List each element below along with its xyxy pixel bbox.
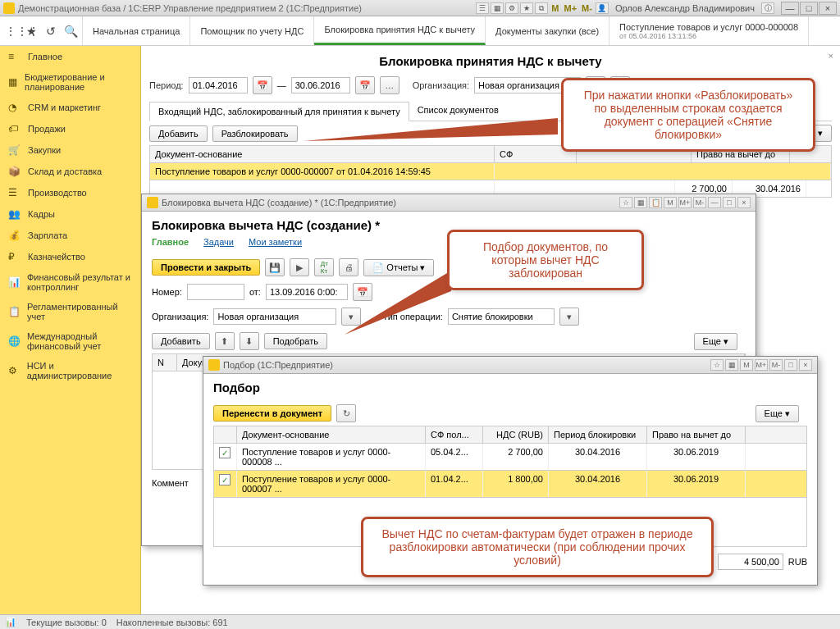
mem-mplus[interactable]: M+ — [563, 3, 579, 13]
sidebar-item-budget[interactable]: ▦Бюджетирование и планирование — [0, 67, 140, 97]
sales-icon: 🏷 — [8, 123, 21, 134]
people-icon: 👥 — [8, 208, 21, 220]
dialog-tool[interactable]: 📋 — [649, 197, 662, 208]
num-input[interactable] — [187, 284, 244, 300]
window-min[interactable]: — — [781, 2, 799, 15]
dlg-tab-tasks[interactable]: Задачи — [203, 237, 234, 247]
calendar-icon[interactable]: 📅 — [253, 76, 272, 94]
org-label: Организация: — [413, 80, 469, 90]
user-icon[interactable]: 👤 — [596, 2, 609, 14]
more-button[interactable]: Еще ▾ — [756, 405, 799, 422]
status-bar: 📊 Текущие вызовы: 0 Накопленные вызовы: … — [0, 614, 840, 629]
dialog-min[interactable]: — — [708, 197, 721, 208]
down-icon[interactable]: ⬇ — [240, 332, 259, 350]
clipboard-icon: 📋 — [8, 306, 21, 317]
info-icon[interactable]: ⓘ — [761, 2, 774, 14]
dialog-max[interactable]: □ — [723, 197, 736, 208]
post-icon[interactable]: ▶ — [290, 258, 309, 276]
tool-icon[interactable]: ☰ — [476, 2, 489, 14]
user-name[interactable]: Орлов Александр Владимирович — [610, 3, 760, 13]
period-to-input[interactable] — [291, 77, 350, 93]
dialog-tool[interactable]: ▦ — [634, 197, 647, 208]
status-calls: Текущие вызовы: 0 — [26, 618, 107, 627]
callout-vat-auto: Вычет НДС по счетам-фактурам будет отраж… — [361, 517, 714, 577]
chart-icon: 📊 — [8, 276, 21, 288]
unblock-button[interactable]: Разблокировать — [212, 125, 298, 142]
gear-icon: ⚙ — [8, 365, 21, 376]
titlebar: Демонстрационная база / 1С:ERP Управлени… — [0, 0, 840, 16]
svg-marker-1 — [345, 271, 451, 335]
tool-icon[interactable]: ▦ — [491, 2, 504, 14]
dialog-title: Подбор (1С:Предприятие) — [223, 360, 710, 370]
window-max[interactable]: □ — [800, 2, 818, 15]
tool-icon[interactable]: ⧉ — [535, 2, 548, 14]
tab-vat-assistant[interactable]: Помощник по учету НДС — [190, 16, 314, 45]
transfer-button[interactable]: Перенести в документ — [213, 405, 331, 422]
tool-icon[interactable]: ⚙ — [505, 2, 518, 14]
checkbox-icon[interactable]: ✓ — [219, 474, 231, 485]
sidebar-item-admin[interactable]: ⚙НСИ и администрирование — [0, 356, 140, 385]
close-icon[interactable]: × — [829, 51, 833, 61]
date-input[interactable] — [266, 284, 348, 300]
dropdown-icon[interactable]: ▾ — [559, 308, 579, 326]
tab-vat-block[interactable]: Блокировка принятия НДС к вычету — [314, 16, 486, 45]
checkbox-icon[interactable]: ✓ — [219, 447, 231, 458]
pick-row[interactable]: ✓ Поступление товаров и услуг 0000-00000… — [213, 471, 807, 498]
dialog-tool[interactable]: ☆ — [619, 197, 632, 208]
more-button[interactable]: Еще ▾ — [694, 333, 737, 350]
mem-m[interactable]: M — [550, 3, 560, 13]
sidebar-item-hr[interactable]: 👥Кадры — [0, 203, 140, 225]
star-icon[interactable]: ★ — [25, 25, 38, 38]
tab-receipt-doc[interactable]: Поступление товаров и услуг 0000-000008о… — [609, 16, 809, 45]
period-from-input[interactable] — [189, 77, 248, 93]
menu-icon: ≡ — [8, 51, 21, 62]
up-icon[interactable]: ⬆ — [215, 332, 235, 350]
dialog-max[interactable]: □ — [784, 359, 797, 371]
pick-button[interactable]: Подобрать — [264, 333, 327, 349]
callout-unblock: При нажатии кнопки «Разблокировать» по в… — [561, 78, 815, 152]
sidebar-item-purchases[interactable]: 🛒Закупки — [0, 139, 140, 161]
dlg-tab-main[interactable]: Главное — [152, 237, 189, 247]
org-input[interactable] — [213, 308, 336, 325]
crm-icon: ◔ — [8, 102, 21, 113]
sidebar-item-treasury[interactable]: ₽Казначейство — [0, 246, 140, 267]
app-icon — [147, 197, 158, 208]
sidebar-item-main[interactable]: ≡Главное — [0, 46, 140, 67]
sidebar-item-regaccount[interactable]: 📋Регламентированный учет — [0, 297, 140, 326]
search-icon[interactable]: 🔍 — [64, 25, 77, 38]
add-button[interactable]: Добавить — [149, 125, 208, 142]
sidebar-item-crm[interactable]: ◔CRM и маркетинг — [0, 97, 140, 118]
sidebar: ≡Главное ▦Бюджетирование и планирование … — [0, 46, 141, 614]
grid-row[interactable]: Поступление товаров и услуг 0000-000007 … — [149, 163, 832, 180]
apps-icon[interactable]: ⋮⋮⋮ — [5, 25, 18, 38]
dialog-tool[interactable]: ▦ — [725, 359, 738, 371]
sidebar-item-warehouse[interactable]: 📦Склад и доставка — [0, 161, 140, 182]
period-picker-icon[interactable]: … — [380, 76, 399, 94]
history-icon[interactable]: ↺ — [44, 25, 57, 38]
tool-icon[interactable]: ★ — [520, 2, 533, 14]
sidebar-item-ifrs[interactable]: 🌐Международный финансовый учет — [0, 326, 140, 356]
mem-mminus[interactable]: M- — [580, 3, 594, 13]
sidebar-item-finresult[interactable]: 📊Финансовый результат и контроллинг — [0, 267, 140, 297]
dialog-tool[interactable]: ☆ — [710, 359, 724, 371]
save-icon[interactable]: 💾 — [265, 258, 285, 276]
production-icon: ☰ — [8, 187, 21, 198]
dlg-tab-notes[interactable]: Мои заметки — [249, 237, 302, 247]
dialog-close[interactable]: × — [737, 197, 751, 208]
calendar-icon[interactable]: 📅 — [355, 76, 375, 94]
tab-purchase-docs[interactable]: Документы закупки (все) — [486, 16, 609, 45]
pick-row[interactable]: ✓ Поступление товаров и услуг 0000-00000… — [213, 444, 807, 471]
dt-icon[interactable]: ДтКт — [314, 258, 334, 276]
dialog-close[interactable]: × — [799, 359, 812, 371]
add-button[interactable]: Добавить — [152, 333, 210, 349]
post-close-button[interactable]: Провести и закрыть — [152, 259, 260, 276]
sidebar-item-sales[interactable]: 🏷Продажи — [0, 118, 140, 139]
tab-home[interactable]: Начальная страница — [83, 16, 190, 45]
sidebar-item-production[interactable]: ☰Производство — [0, 182, 140, 203]
svg-marker-0 — [304, 118, 558, 141]
refresh-icon[interactable]: ↻ — [336, 404, 356, 422]
window-close[interactable]: × — [819, 2, 837, 15]
optype-input[interactable] — [448, 308, 555, 325]
num-label: Номер: — [152, 287, 182, 297]
sidebar-item-salary[interactable]: 💰Зарплата — [0, 225, 140, 246]
